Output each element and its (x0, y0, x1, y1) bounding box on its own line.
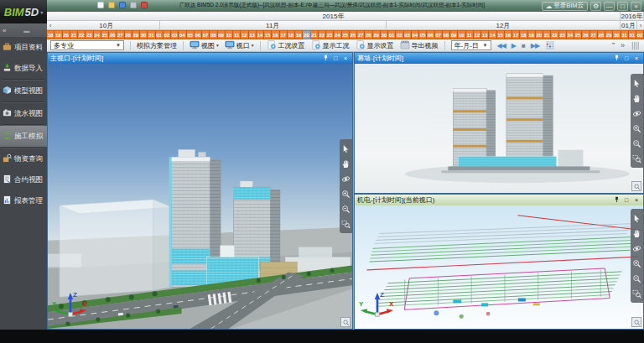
forward-button[interactable]: ▶▶ (531, 42, 539, 49)
sidebar-item-4[interactable]: 流水视图 (0, 103, 47, 124)
gantt-grid-icon[interactable] (545, 41, 555, 50)
new-icon[interactable] (97, 2, 104, 8)
zoom-out-tool[interactable] (631, 272, 642, 285)
viewport-close-button[interactable]: × (632, 196, 641, 204)
overflow-quote-button[interactable]: ” (612, 41, 615, 49)
sidebar-item-3[interactable]: 模型视图 (0, 81, 47, 101)
day-cell[interactable]: 01 (156, 30, 164, 39)
minimize-button[interactable]: — (604, 2, 615, 11)
day-cell[interactable]: 13 (481, 30, 489, 39)
day-cell[interactable]: 12 (241, 30, 248, 39)
sidebar-drag-handle[interactable]: ▬ (6, 28, 47, 34)
mep-fit-view-button[interactable] (631, 317, 641, 327)
day-cell[interactable]: 22 (319, 30, 326, 39)
day-cell[interactable]: 04 (412, 30, 419, 39)
day-cell[interactable]: 18 (47, 30, 55, 39)
viewport-maximize-button[interactable]: □ (622, 55, 631, 62)
day-cell[interactable]: 22 (551, 30, 558, 39)
main-3d-scene[interactable] (48, 64, 352, 329)
day-cell[interactable]: 07 (202, 30, 210, 39)
sidebar-item-6[interactable]: 物资查询 (0, 148, 47, 169)
day-cell[interactable]: 08 (210, 30, 217, 39)
day-cell[interactable]: 21 (543, 30, 551, 39)
zoom-out-tool[interactable] (340, 202, 351, 216)
rewind-button[interactable]: ◀◀ (497, 42, 506, 49)
day-cell[interactable]: 27 (590, 30, 598, 39)
day-cell[interactable]: 29 (605, 30, 613, 39)
zoom-in-tool[interactable] (631, 122, 642, 135)
curtain-fit-view-button[interactable] (631, 181, 641, 191)
pan-tool[interactable] (340, 157, 351, 170)
sidebar-item-1[interactable]: 项目资料 (0, 37, 47, 58)
day-cell[interactable]: 19 (55, 30, 62, 39)
timeline-prev-arrow[interactable]: ‹ (47, 21, 54, 29)
maximize-button[interactable]: □ (617, 2, 628, 11)
day-cell[interactable]: 23 (326, 30, 334, 39)
open-icon[interactable] (108, 2, 115, 8)
day-cell[interactable]: 19 (528, 30, 536, 39)
day-cell[interactable]: 03 (171, 30, 179, 39)
day-cell[interactable]: 24 (94, 30, 101, 39)
day-cell[interactable]: 02 (396, 30, 403, 39)
day-cell[interactable]: 16 (505, 30, 512, 39)
viewport-close-button[interactable]: × (632, 55, 641, 62)
day-cell[interactable]: 02 (164, 30, 171, 39)
bim-cloud-login-button[interactable]: ☁ 登录BIM云 (542, 2, 588, 11)
day-cell[interactable]: 20 (63, 30, 70, 39)
day-cell[interactable]: 30 (381, 30, 388, 39)
day-cell-selected[interactable]: 20 (303, 30, 310, 39)
select-tool[interactable] (631, 76, 642, 90)
zoom-in-tool[interactable] (631, 257, 642, 270)
day-cell[interactable]: 29 (132, 30, 140, 39)
day-cell[interactable]: 05 (419, 30, 427, 39)
day-cell[interactable]: 24 (567, 30, 574, 39)
day-cell[interactable]: 14 (257, 30, 264, 39)
day-cell[interactable]: 14 (489, 30, 496, 39)
day-cell[interactable]: 27 (117, 30, 124, 39)
toolbar-button-7[interactable]: 导出视频 (400, 40, 439, 51)
day-cell[interactable]: 03 (404, 30, 412, 39)
toolbar-button-6[interactable]: 显示设置 (356, 40, 394, 51)
sidebar-item-5[interactable]: 施工模拟 (0, 126, 47, 147)
select-tool[interactable] (631, 211, 642, 225)
day-cell[interactable]: 05 (187, 30, 195, 39)
stop-button[interactable]: ■ (522, 42, 525, 49)
viewport-mep-header[interactable]: 机电-[计划时间](当前视口) □× (355, 195, 643, 205)
day-cell[interactable]: 01 (629, 30, 636, 39)
day-cell[interactable]: 27 (357, 30, 365, 39)
mep-3d-scene[interactable] (355, 205, 643, 329)
close-button[interactable]: × (631, 2, 641, 11)
day-cell[interactable]: 02 (636, 30, 644, 39)
day-cell[interactable]: 09 (450, 30, 458, 39)
day-cell[interactable]: 19 (295, 30, 303, 39)
main-fit-view-button[interactable] (340, 317, 351, 327)
day-cell[interactable]: 10 (458, 30, 465, 39)
day-cell[interactable]: 24 (334, 30, 341, 39)
orbit-tool[interactable] (631, 242, 642, 255)
zoom-in-tool[interactable] (340, 187, 351, 200)
zoom-window-tool[interactable] (631, 152, 642, 165)
zoom-window-tool[interactable] (340, 217, 351, 231)
toolbar-button-3[interactable]: 视口▾ (225, 40, 254, 51)
day-cell[interactable]: 21 (70, 30, 78, 39)
day-cell[interactable]: 20 (536, 30, 543, 39)
toolbar-button-1[interactable]: 模拟方案管理 (137, 41, 177, 50)
play-button[interactable]: ▶ (512, 42, 516, 49)
delete-icon[interactable] (141, 2, 148, 8)
day-cell[interactable]: 10 (226, 30, 233, 39)
day-cell[interactable]: 26 (109, 30, 117, 39)
day-cell[interactable]: 26 (582, 30, 589, 39)
day-cell[interactable]: 04 (179, 30, 186, 39)
day-cell[interactable]: 28 (365, 30, 372, 39)
day-cell[interactable]: 13 (249, 30, 257, 39)
overflow-more-button[interactable]: » (621, 41, 625, 49)
zoom-out-tool[interactable] (631, 137, 642, 150)
viewport-close-button[interactable]: × (341, 55, 350, 62)
day-cell[interactable]: 31 (148, 30, 155, 39)
pan-tool[interactable] (631, 91, 642, 105)
day-cell[interactable]: 25 (574, 30, 582, 39)
viewport-pin-button[interactable] (612, 55, 621, 62)
gantt-bars-icon[interactable] (631, 41, 641, 50)
settings-button[interactable]: ⚙ (590, 2, 601, 11)
pan-tool[interactable] (631, 226, 642, 240)
